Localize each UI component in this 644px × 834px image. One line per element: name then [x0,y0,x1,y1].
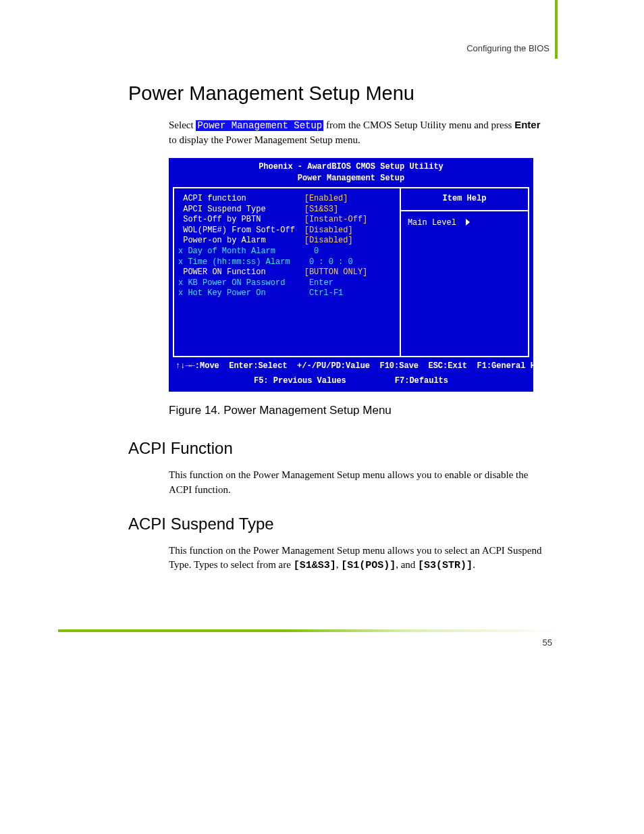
bios-setting-value: [Instant-Off] [304,215,396,226]
menu-highlight: Power Management Setup [196,120,323,131]
bios-title: Phoenix - AwardBIOS CMOS Setup Utility [173,162,529,173]
intro-text-middle: from the CMOS Setup Utility menu and pre… [323,120,514,130]
bios-setting-row: x Day of Month Alarm 0 [178,246,396,257]
intro-text-before: Select [169,120,196,130]
bios-setting-label: x KB Power ON Password [178,278,304,289]
section-body-acpi-suspend: This function on the Power Management Se… [169,544,547,574]
bios-setting-value: Enter [304,278,396,289]
bios-setting-row: WOL(PME#) From Soft-Off[Disabled] [178,226,396,236]
bios-footer-line2: F5: Previous Values F7:Defaults [173,372,529,387]
enter-key-label: Enter [514,119,540,130]
section-body-acpi-function: This function on the Power Management Se… [169,468,547,498]
bios-setting-row: x Hot Key Power On Ctrl-F1 [178,288,396,299]
bios-setting-row: Soft-Off by PBTN[Instant-Off] [178,215,396,226]
page-number: 55 [543,637,552,648]
bios-setting-row: POWER ON Function[BUTTON ONLY] [178,267,396,278]
intro-paragraph: Select Power Management Setup from the C… [169,118,547,148]
bios-setting-value: [BUTTON ONLY] [304,267,396,278]
document-page: Configuring the BIOS Power Management Se… [0,0,644,834]
code-s1s3: [S1&S3] [294,560,336,571]
bios-help-pane: Item Help Main Level [401,188,529,357]
bios-setting-label: POWER ON Function [178,267,304,278]
bios-footer-line1: ↑↓→←:Move Enter:Select +/-/PU/PD:Value F… [173,357,529,372]
bios-help-level: Main Level [408,218,456,228]
bios-setting-label: x Hot Key Power On [178,288,304,299]
bios-setting-label: x Time (hh:mm:ss) Alarm [178,257,304,268]
arrow-right-icon [466,219,470,226]
chapter-header: Configuring the BIOS [466,43,549,53]
intro-text-after: to display the Power Management Setup me… [169,134,360,145]
code-s1pos: [S1(POS)] [341,560,396,571]
bios-setting-label: ACPI function [178,194,304,205]
bios-setting-value: [Disabled] [304,226,396,236]
page-title: Power Management Setup Menu [128,81,547,105]
bios-setting-row: Power-on by Alarm[Disabled] [178,236,396,246]
bios-setting-value: 0 : 0 : 0 [304,257,396,268]
bios-setting-label: x Day of Month Alarm [178,246,304,257]
content-area: Power Management Setup Menu Select Power… [128,81,547,583]
section-heading-acpi-function: ACPI Function [128,439,547,458]
bios-screenshot: Phoenix - AwardBIOS CMOS Setup Utility P… [169,158,533,392]
bios-settings-pane: ACPI function[Enabled] APCI Suspend Type… [173,188,401,357]
bios-setting-row: x Time (hh:mm:ss) Alarm 0 : 0 : 0 [178,257,396,268]
figure-caption: Figure 14. Power Management Setup Menu [169,404,547,417]
bios-setting-value: 0 [304,246,396,257]
bios-setting-value: [Disabled] [304,236,396,246]
bios-setting-row: x KB Power ON Password Enter [178,278,396,289]
bios-setting-row: ACPI function[Enabled] [178,194,396,205]
bios-setting-value: [Enabled] [304,194,396,205]
header-accent-rule [555,0,558,59]
bios-setting-label: Power-on by Alarm [178,236,304,246]
bios-help-body: Main Level [401,211,528,236]
bios-setting-row: APCI Suspend Type[S1&S3] [178,205,396,215]
bios-setting-value: Ctrl-F1 [304,288,396,299]
footer-accent-rule [58,629,558,632]
bios-help-title: Item Help [401,188,528,211]
bios-body: ACPI function[Enabled] APCI Suspend Type… [173,187,529,357]
bios-setting-value: [S1&S3] [304,205,396,215]
bios-setting-label: APCI Suspend Type [178,205,304,215]
bios-subtitle: Power Management Setup [173,174,529,184]
section-heading-acpi-suspend: ACPI Suspend Type [128,515,547,533]
code-s3str: [S3(STR)] [418,560,473,571]
bios-setting-label: WOL(PME#) From Soft-Off [178,226,304,236]
bios-setting-label: Soft-Off by PBTN [178,215,304,226]
